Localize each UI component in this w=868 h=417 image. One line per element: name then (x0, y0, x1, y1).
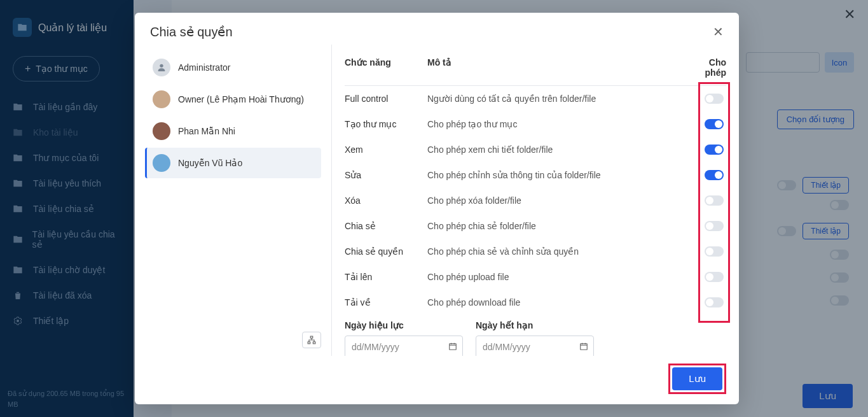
perm-toggle[interactable] (705, 246, 724, 257)
save-button[interactable]: Lưu (672, 367, 722, 390)
user-item-nguyen[interactable]: Nguyễn Vũ Hảo (145, 148, 321, 178)
perm-toggle[interactable] (705, 221, 724, 231)
permission-row: Chia sẻ Cho phép chia sẻ folder/file (345, 213, 726, 239)
modal-title: Chia sẻ quyền (150, 24, 233, 39)
org-tree-button[interactable] (302, 332, 321, 348)
svg-rect-4 (313, 342, 315, 344)
user-name: Administrator (178, 62, 230, 73)
permission-row: Xóa Cho phép xóa folder/file (345, 188, 726, 213)
avatar (153, 90, 170, 108)
permissions-header: Chức năng Mô tả Cho phép (345, 52, 726, 86)
date-section: Ngày hiệu lực dd/MM/yyyy Ngày hết hạn dd… (345, 320, 726, 356)
perm-toggle[interactable] (705, 145, 724, 155)
perm-desc: Cho phép chia sẻ và chỉnh sửa quyền (427, 246, 688, 257)
svg-rect-6 (581, 343, 588, 349)
user-item-admin[interactable]: Administrator (145, 52, 321, 83)
perm-func: Tạo thư mục (345, 119, 427, 129)
perm-toggle[interactable] (705, 195, 724, 206)
permissions-list: Full control Người dùng có tất cả quyền … (345, 86, 726, 315)
permission-row: Tải về Cho phép download file (345, 290, 726, 315)
effective-date-input[interactable]: dd/MM/yyyy (345, 336, 463, 356)
avatar (153, 122, 170, 140)
permission-row: Chia sẻ quyền Cho phép chia sẻ và chỉnh … (345, 239, 726, 264)
svg-rect-2 (310, 336, 313, 338)
svg-rect-5 (450, 343, 457, 349)
annotation-highlight-save: Lưu (668, 364, 726, 394)
permission-row: Sửa Cho phép chỉnh sửa thông tin của fol… (345, 162, 726, 188)
user-list-panel: Administrator Owner (Lê Phạm Hoài Thương… (135, 45, 332, 356)
calendar-icon (579, 342, 588, 353)
perm-desc: Cho phép xóa folder/file (427, 195, 688, 206)
perm-func: Tải về (345, 297, 427, 307)
perm-desc: Cho phép upload file (427, 272, 688, 282)
user-name: Owner (Lê Phạm Hoài Thương) (178, 94, 304, 104)
perm-desc: Cho phép download file (427, 297, 688, 307)
permission-row: Tạo thư mục Cho phép tạo thư mục (345, 111, 726, 137)
perm-func: Chia sẻ (345, 221, 427, 231)
expiry-date-field: Ngày hết hạn dd/MM/yyyy (476, 320, 594, 356)
permissions-panel: Chức năng Mô tả Cho phép Full control Ng… (332, 45, 739, 356)
avatar (153, 154, 170, 172)
perm-toggle[interactable] (705, 297, 724, 307)
header-allow: Cho phép (688, 57, 726, 78)
header-function: Chức năng (345, 57, 427, 78)
effective-date-label: Ngày hiệu lực (345, 320, 463, 330)
modal-body: Administrator Owner (Lê Phạm Hoài Thương… (135, 45, 739, 356)
user-item-phan[interactable]: Phan Mẫn Nhi (145, 116, 321, 146)
perm-desc: Cho phép chia sẻ folder/file (427, 221, 688, 231)
perm-func: Full control (345, 94, 427, 104)
perm-toggle[interactable] (705, 94, 724, 104)
expiry-date-label: Ngày hết hạn (476, 320, 594, 330)
user-item-owner[interactable]: Owner (Lê Phạm Hoài Thương) (145, 84, 321, 115)
modal-header: Chia sẻ quyền ✕ (135, 13, 739, 45)
permission-row: Tải lên Cho phép upload file (345, 264, 726, 290)
perm-toggle[interactable] (705, 170, 724, 180)
perm-desc: Cho phép tạo thư mục (427, 119, 688, 129)
svg-rect-3 (308, 342, 310, 344)
perm-desc: Người dùng có tất cả quyền trên folder/f… (427, 94, 688, 104)
modal-close-button[interactable]: ✕ (713, 24, 724, 39)
perm-toggle[interactable] (705, 119, 724, 129)
calendar-icon (448, 342, 457, 353)
perm-desc: Cho phép xem chi tiết folder/file (427, 145, 688, 155)
perm-func: Xem (345, 145, 427, 155)
share-permissions-modal: Chia sẻ quyền ✕ Administrator Owner (Lê … (135, 13, 739, 404)
user-name: Nguyễn Vũ Hảo (178, 158, 242, 168)
perm-func: Sửa (345, 170, 427, 180)
perm-desc: Cho phép chỉnh sửa thông tin của folder/… (427, 170, 688, 180)
svg-point-1 (160, 64, 163, 67)
expiry-date-input[interactable]: dd/MM/yyyy (476, 336, 594, 356)
permission-row: Full control Người dùng có tất cả quyền … (345, 86, 726, 111)
avatar-icon (153, 59, 170, 76)
user-name: Phan Mẫn Nhi (178, 126, 235, 136)
header-description: Mô tả (427, 57, 688, 78)
effective-date-field: Ngày hiệu lực dd/MM/yyyy (345, 320, 463, 356)
perm-func: Tải lên (345, 272, 427, 282)
perm-toggle[interactable] (705, 272, 724, 282)
date-placeholder: dd/MM/yyyy (352, 342, 399, 352)
perm-func: Chia sẻ quyền (345, 246, 427, 257)
permission-row: Xem Cho phép xem chi tiết folder/file (345, 137, 726, 162)
perm-func: Xóa (345, 195, 427, 206)
modal-footer: Lưu (135, 356, 739, 404)
date-placeholder: dd/MM/yyyy (483, 342, 530, 352)
